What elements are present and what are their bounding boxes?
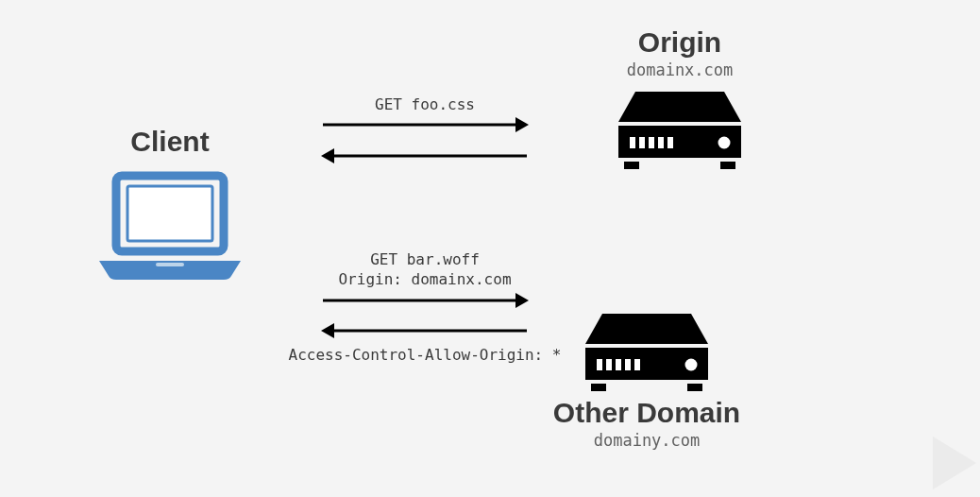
svg-rect-5 xyxy=(630,137,635,148)
response2-line1: Access-Control-Allow-Origin: * xyxy=(283,346,566,366)
svg-rect-1 xyxy=(127,186,212,241)
svg-rect-27 xyxy=(634,359,640,370)
svg-rect-11 xyxy=(624,162,639,169)
request2-label: GET bar.woff Origin: domainx.com xyxy=(321,250,529,290)
response2-label: Access-Control-Allow-Origin: * xyxy=(283,346,566,366)
arrow-request2 xyxy=(321,291,529,310)
svg-rect-25 xyxy=(616,359,621,370)
request1-label: GET foo.css xyxy=(321,95,529,115)
request2-line1: GET bar.woff xyxy=(321,250,529,270)
svg-rect-24 xyxy=(606,359,612,370)
origin-label-block: Origin domainx.com xyxy=(566,26,793,79)
svg-rect-23 xyxy=(597,359,602,370)
client-label-block: Client xyxy=(57,126,283,159)
other-label-block: Other Domain domainy.com xyxy=(519,397,774,450)
diagram-canvas: Client Origin domainx.com xyxy=(0,0,980,497)
arrow-response2 xyxy=(321,321,529,340)
arrow-response1 xyxy=(321,146,529,165)
request1-line1: GET foo.css xyxy=(321,95,529,115)
svg-point-28 xyxy=(685,359,698,371)
svg-marker-20 xyxy=(321,323,334,338)
other-domain: domainy.com xyxy=(519,432,774,451)
svg-marker-31 xyxy=(933,437,976,489)
request2-line2: Origin: domainx.com xyxy=(321,270,529,290)
laptop-icon xyxy=(90,170,250,287)
svg-point-10 xyxy=(718,137,731,149)
svg-marker-16 xyxy=(321,148,334,163)
svg-marker-14 xyxy=(515,117,529,132)
svg-marker-3 xyxy=(618,92,741,122)
svg-rect-12 xyxy=(720,162,735,169)
arrow-request1 xyxy=(321,115,529,134)
svg-marker-21 xyxy=(585,314,708,344)
svg-rect-29 xyxy=(591,384,606,391)
svg-rect-7 xyxy=(649,137,654,148)
svg-rect-2 xyxy=(156,263,184,266)
svg-rect-26 xyxy=(625,359,631,370)
svg-marker-18 xyxy=(515,293,529,308)
server-icon xyxy=(585,314,708,398)
origin-domain: domainx.com xyxy=(566,61,793,80)
svg-rect-8 xyxy=(658,137,664,148)
client-title: Client xyxy=(57,126,283,159)
other-title: Other Domain xyxy=(519,397,774,430)
svg-rect-6 xyxy=(639,137,645,148)
svg-rect-9 xyxy=(667,137,673,148)
svg-rect-30 xyxy=(687,384,702,391)
chevron-right-icon[interactable] xyxy=(933,437,976,493)
origin-title: Origin xyxy=(566,26,793,60)
server-icon xyxy=(618,92,741,176)
